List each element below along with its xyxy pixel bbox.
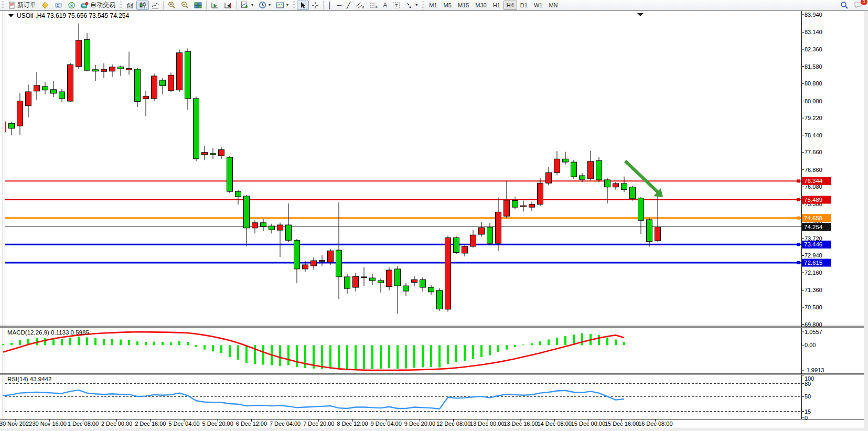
timeframe-button-m15[interactable]: M15 bbox=[455, 1, 472, 10]
candle-down bbox=[42, 87, 48, 90]
candle-down bbox=[194, 99, 199, 159]
community-button[interactable] bbox=[52, 1, 65, 10]
timeframe-button-mn[interactable]: MN bbox=[545, 1, 561, 10]
macd-axis-label: 0.00 bbox=[805, 342, 816, 348]
chart-shift-icon bbox=[224, 2, 232, 9]
crosshair-icon bbox=[312, 2, 319, 9]
tile-windows-button[interactable] bbox=[191, 1, 205, 10]
equidistant-channel-icon: E bbox=[356, 2, 364, 9]
candle-up bbox=[319, 261, 325, 262]
chat-button[interactable]: 1 bbox=[851, 1, 865, 10]
trendline-icon: ╱ bbox=[347, 2, 350, 8]
time-axis-label: 30 Nov 2022 bbox=[0, 421, 32, 427]
toolbar-grip[interactable] bbox=[2, 1, 4, 9]
bar-chart-icon bbox=[126, 2, 134, 9]
new-order-button[interactable]: 新订单 bbox=[6, 1, 39, 10]
timeframe-button-m1[interactable]: M1 bbox=[426, 1, 440, 10]
timeframe-button-h4[interactable]: H4 bbox=[503, 1, 517, 10]
hline-anchor[interactable] bbox=[797, 243, 800, 246]
rsi-axis-label: 80 bbox=[805, 381, 811, 387]
chart-shift-button[interactable] bbox=[221, 1, 234, 10]
candle-down bbox=[428, 287, 434, 292]
zoom-in-button[interactable] bbox=[165, 1, 178, 10]
vertical-line-button[interactable]: │ bbox=[325, 1, 335, 10]
svg-text:E: E bbox=[362, 6, 364, 9]
candle-up bbox=[328, 251, 334, 262]
toolbar-grip[interactable] bbox=[293, 1, 295, 9]
hline-anchor[interactable] bbox=[797, 179, 800, 182]
candle-up bbox=[168, 75, 174, 91]
bar-chart-button[interactable] bbox=[124, 1, 136, 10]
crosshair-button[interactable] bbox=[309, 1, 322, 10]
candlestick-chart-icon bbox=[139, 2, 146, 9]
fibonacci-icon: F bbox=[369, 2, 378, 9]
period-dropdown-icon[interactable]: ▾ bbox=[269, 3, 271, 7]
text-label-button[interactable]: T bbox=[390, 1, 403, 10]
candle-down bbox=[294, 240, 300, 269]
candle-down bbox=[235, 191, 241, 197]
zoom-out-button[interactable] bbox=[178, 1, 191, 10]
price-axis-label: 82.360 bbox=[805, 46, 822, 52]
candlestick-chart-button[interactable] bbox=[136, 1, 149, 10]
horizontal-line-button[interactable]: ─ bbox=[335, 1, 345, 10]
candle-up bbox=[177, 53, 183, 90]
time-axis-label: 13 Dec 16:00 bbox=[503, 421, 538, 427]
candle-up bbox=[504, 200, 510, 216]
candle-down bbox=[580, 176, 585, 179]
template-dropdown-icon[interactable]: ▾ bbox=[286, 3, 288, 7]
timeframe-button-w1[interactable]: W1 bbox=[531, 1, 546, 10]
price-axis-label: 70.580 bbox=[805, 304, 822, 310]
search-button[interactable] bbox=[838, 1, 851, 10]
auto-scroll-icon bbox=[211, 2, 219, 9]
candle-down bbox=[512, 201, 518, 208]
template-icon bbox=[276, 2, 284, 9]
candle-down bbox=[9, 123, 15, 128]
sticky-note-button[interactable] bbox=[39, 1, 52, 10]
hline-anchor[interactable] bbox=[797, 261, 800, 264]
candle-up bbox=[303, 265, 308, 269]
arrows-dropdown-icon[interactable]: ▾ bbox=[415, 3, 417, 7]
price-tag-label: 72.615 bbox=[804, 260, 822, 266]
time-axis-label: 7 Dec 04:00 bbox=[270, 421, 301, 427]
add-indicator-dropdown-icon[interactable]: ▾ bbox=[251, 3, 253, 7]
fibonacci-button[interactable]: F bbox=[367, 1, 380, 10]
channel-button[interactable]: E bbox=[353, 1, 367, 10]
price-axis-label: 69.800 bbox=[805, 321, 822, 328]
time-axis-label: 2 Dec 00:00 bbox=[101, 421, 132, 427]
line-chart-button[interactable] bbox=[149, 1, 162, 10]
toolbar-grip[interactable] bbox=[120, 1, 122, 9]
price-axis-label: 80.000 bbox=[805, 98, 822, 104]
candle-down bbox=[59, 92, 65, 99]
text-button[interactable]: A bbox=[380, 1, 390, 10]
period-button[interactable]: ▾ bbox=[256, 1, 273, 10]
arrows-button[interactable]: ▾ bbox=[403, 1, 420, 10]
text-icon: A bbox=[383, 2, 387, 8]
toolbar-grip[interactable] bbox=[422, 1, 424, 9]
timeframe-button-m30[interactable]: M30 bbox=[472, 1, 489, 10]
trendline-button[interactable]: ╱ bbox=[344, 1, 353, 10]
price-chart-canvas[interactable]: 83.94083.14082.36081.58080.80080.00079.2… bbox=[0, 0, 868, 431]
add-indicator-button[interactable]: ▾ bbox=[238, 1, 256, 10]
zoom-in-icon bbox=[168, 1, 176, 9]
hline-anchor[interactable] bbox=[797, 217, 800, 220]
candle-up bbox=[521, 206, 527, 207]
period-clock-icon bbox=[259, 1, 266, 9]
chart-background bbox=[0, 11, 868, 431]
auto-scroll-button[interactable] bbox=[208, 1, 221, 10]
auto-trading-button[interactable]: 自动交易 bbox=[78, 1, 118, 10]
candle-down bbox=[84, 40, 90, 70]
template-button[interactable]: ▾ bbox=[273, 1, 291, 10]
hline-anchor[interactable] bbox=[797, 198, 800, 201]
timeframe-button-d1[interactable]: D1 bbox=[517, 1, 531, 10]
price-axis-label: 72.940 bbox=[805, 252, 822, 258]
candle-up bbox=[202, 153, 208, 155]
timeframe-button-h1[interactable]: H1 bbox=[490, 1, 503, 10]
cursor-button[interactable] bbox=[297, 1, 309, 10]
price-axis-label: 72.160 bbox=[805, 270, 822, 276]
time-axis-label: 5 Dec 04:00 bbox=[168, 421, 199, 427]
signal-button[interactable] bbox=[65, 1, 78, 10]
time-axis-label: 30 Nov 16:00 bbox=[32, 421, 66, 427]
candle-up bbox=[546, 173, 552, 183]
candle-up bbox=[17, 101, 23, 126]
timeframe-button-m5[interactable]: M5 bbox=[441, 1, 455, 10]
